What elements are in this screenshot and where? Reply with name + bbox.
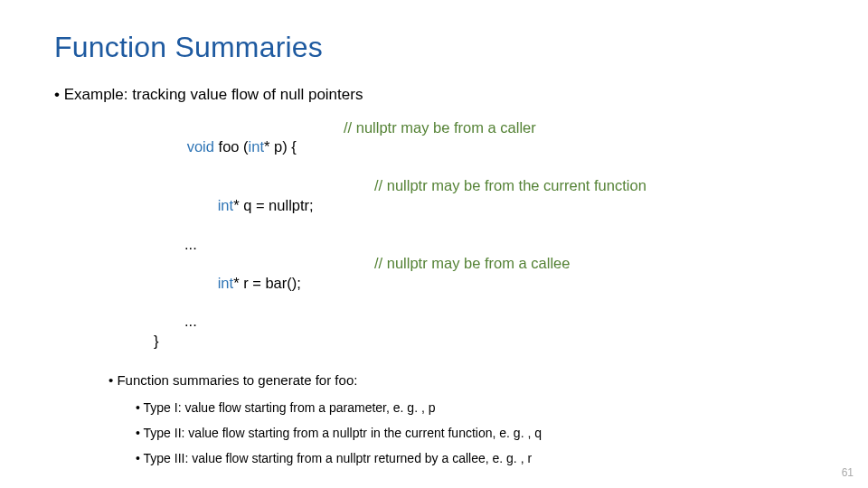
code-line-4: int* r = bar(); // nullptr may be from a… bbox=[154, 254, 814, 312]
code-param: * p) { bbox=[264, 138, 297, 155]
type-3-text: Type III: value flow starting from a nul… bbox=[144, 451, 533, 465]
kw-int-1: int bbox=[249, 138, 264, 155]
kw-void: void bbox=[187, 138, 214, 155]
summary-heading-text: Function summaries to generate for foo: bbox=[117, 372, 357, 388]
example-bullet: Example: tracking value flow of null poi… bbox=[54, 86, 814, 104]
kw-int-2: int bbox=[218, 197, 233, 213]
type-1: Type I: value flow starting from a param… bbox=[136, 400, 814, 415]
comment-2: // nullptr may be from the current funct… bbox=[374, 176, 646, 234]
page-title: Function Summaries bbox=[54, 31, 814, 64]
type-2-text: Type II: value flow starting from a null… bbox=[144, 426, 542, 440]
summary-heading: Function summaries to generate for foo: bbox=[108, 372, 814, 388]
code-line-6: } bbox=[154, 332, 814, 351]
comment-3: // nullptr may be from a callee bbox=[374, 254, 570, 312]
comment-1: // nullptr may be from a caller bbox=[344, 118, 536, 176]
dots-1: ... bbox=[154, 235, 374, 254]
summary-section: Function summaries to generate for foo: … bbox=[108, 372, 814, 465]
code-foo: foo ( bbox=[214, 138, 249, 155]
code-close: } bbox=[154, 332, 159, 351]
dots-2: ... bbox=[154, 312, 374, 331]
type-2: Type II: value flow starting from a null… bbox=[136, 426, 814, 440]
code-block: void foo (int* p) { // nullptr may be fr… bbox=[154, 118, 814, 351]
code-q: * q = nullptr; bbox=[233, 197, 314, 213]
code-line-3: ... bbox=[154, 235, 814, 254]
type-1-text: Type I: value flow starting from a param… bbox=[144, 400, 436, 415]
example-text: Example: tracking value flow of null poi… bbox=[64, 86, 363, 103]
code-line-5: ... bbox=[154, 312, 814, 331]
slide: Function Summaries Example: tracking val… bbox=[0, 0, 868, 488]
code-line-2: int* q = nullptr; // nullptr may be from… bbox=[154, 176, 814, 234]
kw-int-3: int bbox=[218, 275, 233, 291]
page-number: 61 bbox=[842, 466, 854, 479]
code-r: * r = bar(); bbox=[233, 275, 301, 291]
code-line-1: void foo (int* p) { // nullptr may be fr… bbox=[154, 118, 814, 176]
type-3: Type III: value flow starting from a nul… bbox=[136, 451, 814, 465]
